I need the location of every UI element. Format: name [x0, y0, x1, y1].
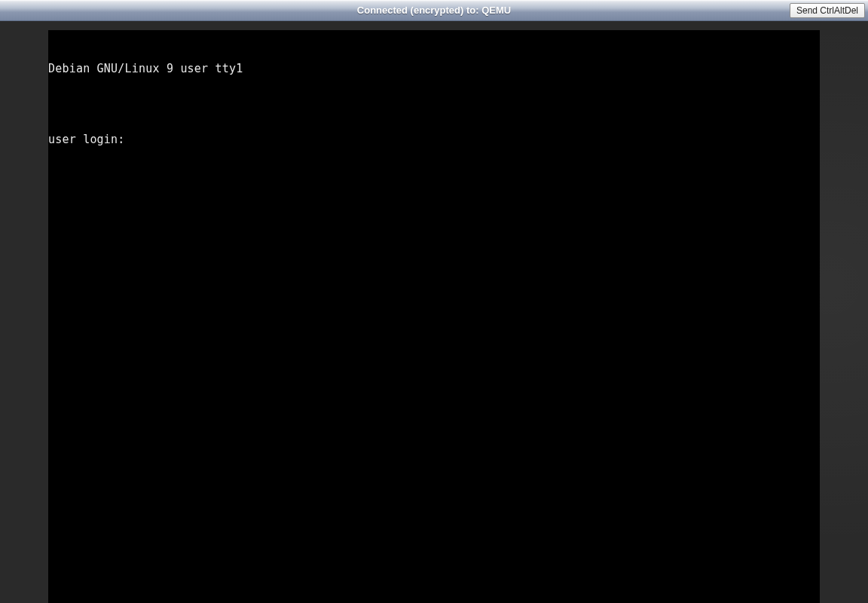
desktop-background: Debian GNU/Linux 9 user tty1 user login: [0, 21, 868, 603]
vnc-titlebar: Connected (encrypted) to: QEMU Send Ctrl… [0, 0, 868, 21]
text-cursor [132, 135, 138, 146]
tty-console[interactable]: Debian GNU/Linux 9 user tty1 user login: [48, 30, 820, 603]
login-prompt-text: user login: [48, 133, 132, 146]
console-blank-line [48, 99, 820, 111]
login-prompt-line[interactable]: user login: [48, 134, 820, 146]
console-banner-line: Debian GNU/Linux 9 user tty1 [48, 63, 820, 75]
send-ctrl-alt-del-button[interactable]: Send CtrlAltDel [790, 3, 865, 18]
connection-status: Connected (encrypted) to: QEMU [357, 5, 511, 16]
